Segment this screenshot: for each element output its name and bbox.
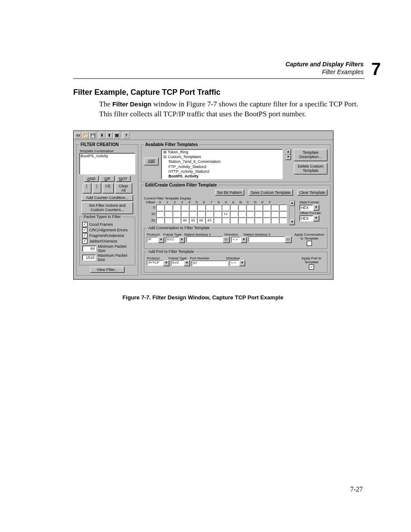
not-button[interactable]: NOT xyxy=(116,176,131,182)
check-icon: ✓ xyxy=(82,233,87,238)
data-format-select[interactable]: HEX xyxy=(299,205,313,211)
offset-format-select[interactable]: HEX xyxy=(299,215,313,221)
view-filter-button[interactable]: View Filter... xyxy=(90,267,125,273)
toolbar-save-icon[interactable]: 💾 xyxy=(89,132,96,139)
add-counter-condition-button[interactable]: Add Counter Condition... xyxy=(81,195,133,201)
clear-all-button[interactable]: Clear All xyxy=(115,183,132,193)
add-conversation-title: Add Conversation to Filter Template xyxy=(147,226,211,230)
set-filter-actions-button[interactable]: Set Filter Actions and Custom Counters..… xyxy=(81,202,133,214)
toolbar-new-icon[interactable]: ▭ xyxy=(75,132,81,139)
bit-grid-scrollbar[interactable]: ▲ ▼ xyxy=(289,200,295,225)
available-templates-group: Available Filter Templates Add ⊞ Token_R… xyxy=(141,144,330,182)
hex-column-headers: 0123 4567 89AB CDEF xyxy=(156,200,274,204)
bit-row-10: 10 11 xyxy=(144,211,287,217)
toolbar-help-icon[interactable]: ? xyxy=(123,132,130,139)
and-button[interactable]: AND xyxy=(84,176,99,182)
fragment-checkbox[interactable]: ✓Fragment/Undersize xyxy=(82,233,132,238)
rparen-button[interactable]: ) xyxy=(93,183,101,193)
bit-cell-20-4[interactable]: 43 xyxy=(189,218,197,224)
dropdown-icon[interactable]: ▼ xyxy=(241,237,247,243)
address-book-icon[interactable]: ▭ xyxy=(285,236,292,243)
address-book-icon[interactable]: ▭ xyxy=(223,236,230,243)
clear-template-button[interactable]: Clear Template xyxy=(297,190,327,196)
dropdown-icon[interactable]: ▼ xyxy=(313,215,319,221)
scroll-down-icon[interactable]: ▼ xyxy=(290,220,295,225)
edit-create-title: Edit/Create Custom Filter Template xyxy=(144,183,218,187)
bit-row-0: 0 xyxy=(144,205,287,211)
figure-7-7: ▭ 📂 💾 ⬇ ⬆ ▤ ? FILTER CREATION Template C… xyxy=(73,131,368,301)
or-button[interactable]: OR xyxy=(100,176,115,182)
running-header: Capture and Display Filters Filter Examp… xyxy=(286,60,364,76)
dropdown-icon[interactable]: ▼ xyxy=(163,260,169,266)
port-number-field[interactable]: 67 xyxy=(192,261,228,266)
conv-sa2-field[interactable] xyxy=(249,236,285,242)
bit-cell-10-8[interactable]: 11 xyxy=(222,211,230,217)
dropdown-icon[interactable]: ▼ xyxy=(179,237,185,243)
max-packet-size-field[interactable]: 1518 xyxy=(82,255,96,261)
tree-item-station78[interactable]: Station_7and_8_Conversation xyxy=(163,159,281,164)
tree-item-bootps[interactable]: BootPS_Activity xyxy=(163,174,281,179)
tree-scrollbar[interactable]: ▲ ▼ xyxy=(285,149,291,160)
min-packet-size-label: Minimum Packet Size xyxy=(98,244,132,253)
add-port-group: Add Port to Filter Template Protocol Fra… xyxy=(144,252,327,273)
edit-create-template-group: Edit/Create Custom Filter Template Set B… xyxy=(141,185,330,275)
set-bit-pattern-button[interactable]: Set Bit Pattern xyxy=(215,190,244,196)
current-template-display-label: Current Filter Template Display xyxy=(144,196,327,200)
tree-item-http[interactable]: HTTP_Activity_Station2 xyxy=(163,169,281,174)
filter-creation-title: FILTER CREATION xyxy=(79,142,120,147)
tree-item-ftp[interactable]: FTP_Activity_Station2 xyxy=(163,165,281,169)
port-protocol-select[interactable]: IP/TCP xyxy=(147,260,163,266)
min-packet-size-field[interactable]: 64 xyxy=(82,246,96,252)
conv-frame-select[interactable]: EV2 xyxy=(166,237,179,243)
port-direction-select[interactable]: <-> xyxy=(230,260,239,266)
template-combination-field[interactable]: BootPS_Activity xyxy=(79,153,135,174)
template-combination-value: BootPS_Activity xyxy=(81,154,108,158)
template-tree[interactable]: ⊞ Token_Ring ⊟ Custom_Templates Station_… xyxy=(161,149,283,179)
conv-protocol-select[interactable]: IP xyxy=(147,237,158,243)
bit-cell-20-5[interactable]: 00 xyxy=(197,218,205,224)
conv-direction-select[interactable]: <-> xyxy=(231,237,241,243)
apply-port-checkbox[interactable]: ✓ xyxy=(309,264,314,270)
add-template-button[interactable]: Add xyxy=(144,158,159,165)
max-packet-size-label: Maximum Packet Size xyxy=(97,253,132,262)
toolbar-open-icon[interactable]: 📂 xyxy=(82,132,89,139)
scroll-up-icon[interactable]: ▲ xyxy=(290,201,295,206)
header-line2: Filter Examples xyxy=(286,68,364,76)
body-paragraph: The Filter Design window in Figure 7-7 s… xyxy=(99,100,359,119)
chapter-number: 7 xyxy=(371,58,381,80)
port-frame-select[interactable]: EV2 xyxy=(171,260,184,266)
scroll-down-icon[interactable]: ▼ xyxy=(286,155,291,160)
template-description-button[interactable]: Template Description... xyxy=(294,149,327,161)
crc-errors-checkbox[interactable]: ✓CRC/Alignment Errors xyxy=(82,227,132,233)
toolbar-up-icon[interactable]: ⬆ xyxy=(106,132,113,139)
offset-label: Offset xyxy=(144,200,156,204)
bit-row-20: 20 00 43 00 43 xyxy=(144,218,287,224)
scroll-up-icon[interactable]: ▲ xyxy=(286,149,291,155)
dropdown-icon[interactable]: ▼ xyxy=(239,260,245,266)
body-prefix: The xyxy=(99,100,112,108)
delete-template-button[interactable]: Delete Custom Template xyxy=(294,163,327,175)
ce-button[interactable]: CE xyxy=(103,183,114,193)
jabber-checkbox[interactable]: ✓Jabber/Oversize xyxy=(82,239,132,244)
apply-conversation-checkbox[interactable] xyxy=(307,241,312,246)
available-templates-title: Available Filter Templates xyxy=(144,142,199,147)
toolbar-down-icon[interactable]: ⬇ xyxy=(99,132,106,139)
dropdown-icon[interactable]: ▼ xyxy=(184,260,190,266)
lparen-button[interactable]: ( xyxy=(83,183,91,193)
save-custom-template-button[interactable]: Save Custom Template xyxy=(249,190,293,196)
tree-item-token-ring[interactable]: ⊞ Token_Ring xyxy=(163,150,281,155)
tree-item-custom[interactable]: ⊟ Custom_Templates xyxy=(163,155,281,159)
data-format-label: Data Format: xyxy=(299,200,321,204)
bit-cell-20-3[interactable]: 00 xyxy=(181,218,189,224)
packet-types-title: Packet Types to Filter xyxy=(82,215,122,219)
dropdown-icon[interactable]: ▼ xyxy=(158,237,164,243)
apply-port-label: Apply Port to Template xyxy=(299,256,324,264)
dropdown-icon[interactable]: ▼ xyxy=(313,205,319,211)
check-icon: ✓ xyxy=(82,227,87,233)
template-combination-label: Template Combination xyxy=(79,149,135,153)
good-frames-checkbox[interactable]: ✓Good Frames xyxy=(82,222,132,227)
conv-sa1-field[interactable] xyxy=(187,236,223,242)
bit-cell-20-6[interactable]: 43 xyxy=(206,218,213,224)
section-heading: Filter Example, Capture TCP Port Traffic xyxy=(73,88,368,97)
toolbar-misc-icon[interactable]: ▤ xyxy=(113,132,120,139)
